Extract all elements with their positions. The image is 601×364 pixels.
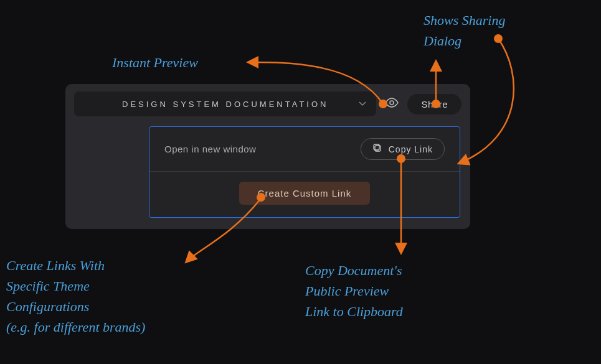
callout-dot: [432, 100, 440, 108]
annotation-instant-preview: Instant Preview: [112, 52, 198, 73]
callout-dot: [257, 193, 265, 202]
share-popover: Open in new window Copy Link Create Cust…: [149, 126, 460, 218]
callout-dot: [379, 100, 387, 108]
toolbar-panel: DESIGN SYSTEM DOCUMENTATION Share Open i…: [65, 84, 470, 229]
topbar: DESIGN SYSTEM DOCUMENTATION Share: [74, 91, 461, 116]
popover-row: Open in new window Copy Link: [149, 127, 460, 172]
copy-link-label: Copy Link: [389, 144, 433, 154]
open-new-window-label: Open in new window: [164, 144, 256, 154]
annotation-copy-doc: Copy Document's Public Preview Link to C…: [305, 260, 403, 322]
callout-dot: [397, 154, 405, 163]
popover-footer: Create Custom Link: [149, 172, 460, 217]
copy-icon: [372, 143, 382, 155]
chevron-down-icon: [359, 100, 366, 108]
annotation-create-links: Create Links With Specific Theme Configu…: [6, 255, 145, 337]
annotation-sharing-dialog: Shows Sharing Dialog: [424, 10, 505, 51]
callout-dot: [494, 34, 503, 43]
document-selector[interactable]: DESIGN SYSTEM DOCUMENTATION: [74, 91, 376, 116]
create-custom-link-label: Create Custom Link: [258, 188, 352, 198]
svg-point-0: [390, 101, 394, 105]
document-title: DESIGN SYSTEM DOCUMENTATION: [122, 100, 328, 109]
